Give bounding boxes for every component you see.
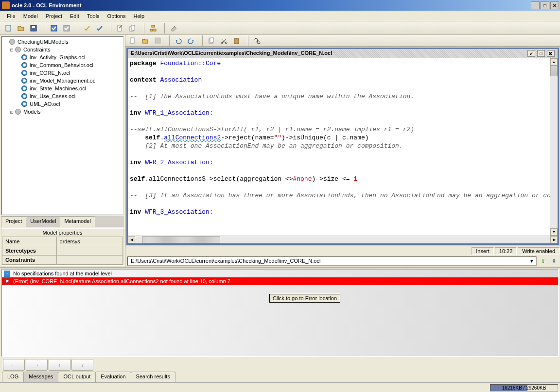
nav-down-icon[interactable]: ↓: [71, 359, 93, 371]
prop-val[interactable]: [56, 246, 122, 256]
prop-val[interactable]: ordersys: [56, 237, 122, 246]
path-field[interactable]: E:\Users\Cristi\Work\OCLE\current\exampl…: [127, 256, 537, 266]
svg-rect-12: [155, 38, 160, 43]
check-blue-icon[interactable]: [49, 23, 59, 34]
diagram-icon[interactable]: [148, 23, 158, 34]
editor-vscroll[interactable]: ▲ ▼: [550, 58, 558, 236]
copy-icon[interactable]: [206, 35, 217, 46]
footer-bar: 16218KB / 29260KB: [0, 382, 560, 392]
tab-ocl-output[interactable]: OCL output: [58, 372, 96, 382]
editor-toolbar: [125, 35, 560, 47]
msg-error[interactable]: (Error) (inv_CORE_N.ocl)feature Associat…: [13, 278, 230, 284]
svg-rect-2: [32, 26, 35, 28]
tab-metamodel[interactable]: Metamodel: [60, 216, 95, 227]
validate-blue-icon[interactable]: [94, 23, 105, 34]
tree-item[interactable]: inv_Activity_Graphs.ocl: [29, 54, 86, 60]
nav-up-icon[interactable]: ⇧: [539, 257, 547, 266]
editor-file-path: E:\Users\Cristi\Work\OCLE\current\exampl…: [131, 50, 332, 57]
tree-item[interactable]: inv_Use_Cases.ocl: [29, 93, 76, 99]
tab-messages[interactable]: Messages: [23, 372, 58, 382]
minimize-button[interactable]: _: [531, 1, 540, 9]
eraser-icon[interactable]: [168, 23, 179, 34]
msg-info[interactable]: No specifications found at the model lev…: [13, 271, 112, 276]
svg-rect-11: [130, 38, 134, 43]
save-icon[interactable]: [28, 23, 39, 34]
svg-point-19: [255, 38, 258, 41]
tree-models[interactable]: Models: [22, 109, 41, 115]
svg-rect-10: [154, 29, 156, 31]
status-mode: Insert: [472, 247, 494, 255]
svg-rect-3: [51, 25, 57, 31]
project-tree[interactable]: CheckingUMLModels ⊟Constraints inv_Activ…: [1, 36, 124, 215]
tab-evaluation[interactable]: Evaluation: [95, 372, 131, 382]
open-icon[interactable]: [16, 23, 26, 34]
prop-key: Name: [2, 237, 57, 246]
editor-close-icon[interactable]: ⊠: [547, 50, 555, 57]
menu-tools[interactable]: Tools: [83, 12, 104, 20]
menubar: File Model Project Edit Tools Options He…: [0, 11, 560, 21]
open-file-icon[interactable]: [140, 35, 151, 46]
code-editor[interactable]: package Foundation::Core context Associa…: [128, 58, 558, 236]
main-toolbar: [0, 21, 560, 35]
tree-item[interactable]: inv_Model_Management.ocl: [29, 78, 98, 84]
menu-edit[interactable]: Edit: [66, 12, 83, 20]
window-titlebar: ocle 2.0 - OCL Environment _ □ ✕: [0, 0, 560, 11]
svg-rect-7: [131, 25, 135, 30]
new-icon[interactable]: [3, 23, 14, 34]
nav-back-icon[interactable]: ←: [3, 359, 25, 371]
undo-icon[interactable]: [173, 35, 184, 46]
nav-up-icon[interactable]: ↑: [49, 359, 70, 371]
prop-val[interactable]: [56, 256, 122, 265]
editor-frame: E:\Users\Cristi\Work\OCLE\current\exampl…: [126, 48, 559, 245]
menu-model[interactable]: Model: [19, 12, 42, 20]
tree-constraints[interactable]: Constraints: [22, 47, 52, 52]
close-button[interactable]: ✕: [550, 1, 559, 9]
menu-file[interactable]: File: [3, 12, 19, 20]
nav-down-icon[interactable]: ⇩: [549, 257, 558, 266]
maximize-button[interactable]: □: [541, 1, 549, 9]
svg-rect-9: [150, 29, 153, 31]
properties-title: Model properties: [2, 229, 123, 237]
properties-box: Model properties Nameordersys Stereotype…: [1, 228, 124, 266]
prop-key: Stereotypes: [2, 246, 57, 256]
tab-usermodel[interactable]: UserModel: [26, 216, 60, 227]
svg-rect-8: [152, 25, 155, 27]
menu-project[interactable]: Project: [42, 12, 66, 20]
app-icon: [2, 1, 10, 9]
svg-point-20: [257, 41, 260, 44]
new-file-icon[interactable]: [127, 35, 138, 46]
error-tooltip: Click to go to Error location: [269, 294, 340, 303]
editor-maximize-icon[interactable]: □: [537, 50, 545, 57]
tree-item[interactable]: inv_State_Machines.ocl: [29, 85, 87, 91]
left-panel: CheckingUMLModels ⊟Constraints inv_Activ…: [0, 35, 125, 267]
error-icon: ✖: [4, 278, 10, 285]
edit-doc-icon[interactable]: [115, 23, 125, 34]
redo-icon[interactable]: [186, 35, 196, 46]
tree-root[interactable]: CheckingUMLModels: [17, 39, 70, 45]
editor-minimize-icon[interactable]: ↙: [527, 50, 535, 57]
bottom-panel: → No specifications found at the model l…: [0, 267, 560, 382]
multi-doc-icon[interactable]: [127, 23, 138, 34]
tree-item[interactable]: inv_CORE_N.ocl: [29, 70, 71, 76]
status-write: Write enabled: [518, 247, 560, 255]
messages-pane[interactable]: → No specifications found at the model l…: [1, 269, 559, 357]
tab-search-results[interactable]: Search results: [131, 372, 175, 382]
cut-icon[interactable]: [219, 35, 229, 46]
tree-item[interactable]: UML_AO.ocl: [29, 101, 61, 107]
tab-log[interactable]: LOG: [2, 372, 24, 382]
dropdown-icon[interactable]: ▾: [530, 258, 533, 264]
save-file-icon[interactable]: [153, 35, 163, 46]
status-pos: 10:22: [495, 247, 517, 255]
editor-hscroll[interactable]: ◀ ▶: [128, 236, 558, 243]
find-icon[interactable]: [252, 35, 262, 46]
tab-project[interactable]: Project: [1, 216, 26, 227]
paste-icon[interactable]: [231, 35, 242, 46]
tree-item[interactable]: inv_Common_Behavior.ocl: [29, 62, 94, 68]
menu-help[interactable]: Help: [130, 12, 149, 20]
svg-rect-18: [235, 38, 238, 39]
prop-key: Constraints: [2, 256, 57, 265]
menu-options[interactable]: Options: [104, 12, 130, 20]
check-gray-icon[interactable]: [61, 23, 72, 34]
nav-forward-icon[interactable]: →: [26, 359, 48, 371]
validate-yellow-icon[interactable]: [82, 23, 92, 34]
